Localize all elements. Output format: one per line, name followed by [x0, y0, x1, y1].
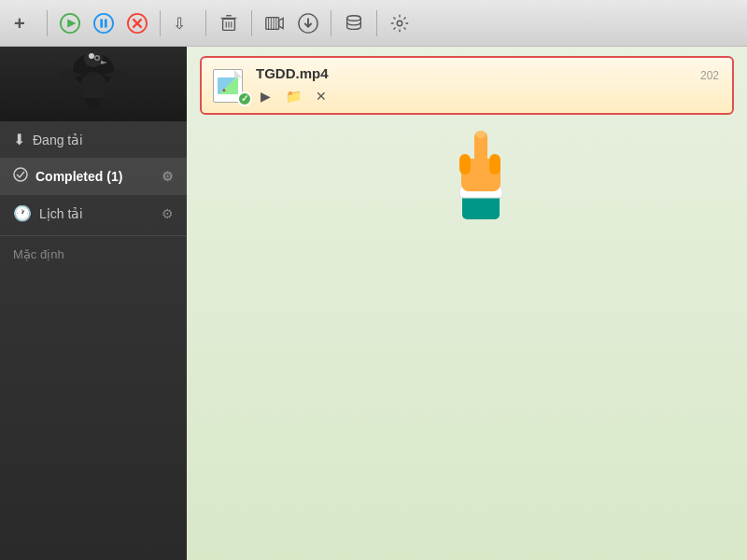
sidebar-dang-tai-label: Đang tải	[33, 133, 82, 147]
check-circle-icon	[13, 167, 28, 186]
separator-5	[331, 10, 331, 36]
svg-point-29	[96, 57, 99, 60]
status-check-icon: ✓	[237, 91, 252, 106]
separator-2	[160, 10, 161, 36]
item-play-button[interactable]: ▶	[256, 87, 275, 105]
svg-point-25	[397, 21, 402, 26]
sidebar-logo	[0, 47, 187, 121]
svg-marker-17	[279, 18, 284, 28]
svg-point-40	[476, 131, 486, 138]
sort-button[interactable]: ⇩	[168, 8, 198, 38]
add-button[interactable]: +	[9, 8, 39, 38]
item-folder-button[interactable]: 📁	[284, 87, 303, 105]
download-icon: ⬇	[13, 131, 25, 148]
svg-rect-5	[105, 19, 107, 27]
svg-rect-16	[266, 17, 279, 29]
video-button[interactable]	[260, 8, 289, 38]
separator-6	[376, 10, 377, 36]
svg-rect-39	[459, 154, 471, 175]
download-item[interactable]: ✓ TGDD.mp4 ▶ 📁 ✕ 202	[200, 56, 734, 115]
sidebar-separator	[0, 235, 187, 236]
settings-button[interactable]	[385, 8, 415, 38]
item-remove-button[interactable]: ✕	[312, 87, 331, 105]
database-button[interactable]	[339, 8, 369, 38]
item-filename: TGDD.mp4	[256, 65, 721, 81]
separator-3	[205, 10, 206, 36]
separator-1	[47, 10, 48, 36]
sidebar-mac-dinh-label: Mặc định	[13, 247, 64, 261]
delete-button[interactable]	[214, 8, 244, 38]
file-icon: ✓	[213, 69, 247, 103]
completed-gear-icon[interactable]: ⚙	[162, 169, 174, 184]
play-button[interactable]	[55, 8, 85, 38]
sidebar-completed-label: Completed (1)	[35, 169, 122, 184]
svg-point-31	[80, 72, 106, 102]
svg-rect-34	[462, 191, 500, 219]
download-to-button[interactable]	[293, 8, 323, 38]
cursor-pointer	[439, 121, 523, 215]
item-date: 202	[700, 69, 719, 82]
separator-4	[251, 10, 252, 36]
item-actions: ▶ 📁 ✕	[256, 87, 721, 105]
toolbar: + ⇩	[0, 0, 747, 47]
item-info: TGDD.mp4 ▶ 📁 ✕	[256, 65, 721, 105]
pause-button[interactable]	[89, 8, 119, 38]
svg-rect-35	[459, 187, 502, 198]
sidebar-lich-tai-label: Lịch tải	[39, 206, 82, 221]
sidebar: ⬇ Đang tải Completed (1) ⚙ 🕐 Lịch tải ⚙ …	[0, 47, 187, 560]
svg-rect-37	[474, 131, 487, 164]
svg-marker-2	[67, 19, 76, 27]
sidebar-item-dang-tai[interactable]: ⬇ Đang tải	[0, 121, 187, 158]
stop-button[interactable]	[122, 8, 152, 38]
svg-point-3	[94, 13, 113, 32]
svg-text:⇩: ⇩	[173, 14, 186, 31]
lich-tai-gear-icon[interactable]: ⚙	[162, 206, 174, 221]
svg-point-24	[347, 15, 361, 21]
svg-point-32	[89, 53, 94, 59]
svg-rect-4	[100, 19, 103, 27]
main-container: ⬇ Đang tải Completed (1) ⚙ 🕐 Lịch tải ⚙ …	[0, 47, 747, 560]
sidebar-item-mac-dinh[interactable]: Mặc định	[0, 240, 187, 269]
sidebar-item-lich-tai[interactable]: 🕐 Lịch tải ⚙	[0, 195, 187, 231]
svg-rect-38	[489, 154, 500, 175]
sidebar-item-completed[interactable]: Completed (1) ⚙	[0, 158, 187, 195]
svg-point-33	[14, 168, 27, 181]
content-area: ✓ TGDD.mp4 ▶ 📁 ✕ 202	[187, 47, 747, 560]
svg-rect-36	[461, 159, 500, 191]
svg-text:+: +	[14, 13, 25, 34]
image-preview	[218, 77, 238, 94]
clock-icon: 🕐	[13, 204, 32, 222]
